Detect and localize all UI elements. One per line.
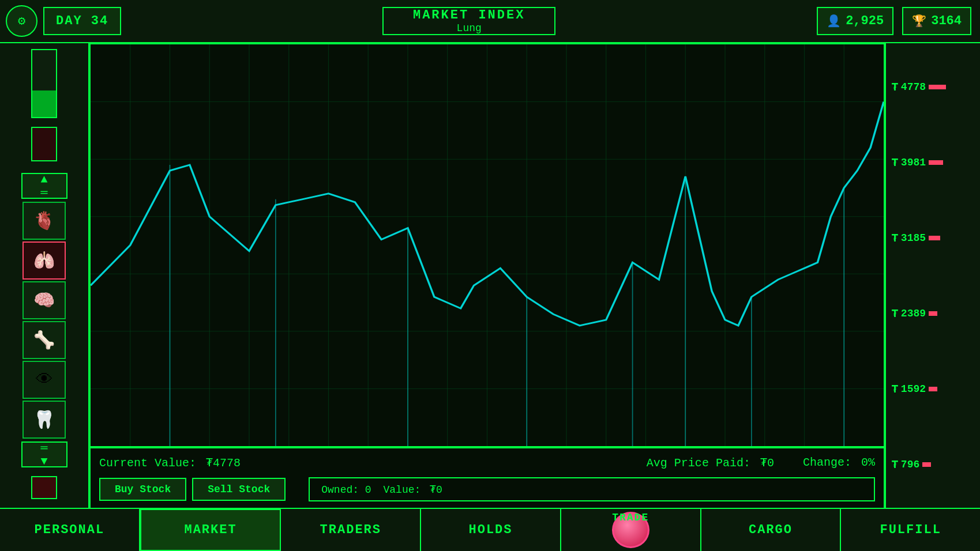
organ-item-5[interactable]: 👁: [22, 361, 66, 399]
red-indicator-1: [31, 127, 57, 161]
nav-fulfill[interactable]: FULFILL: [841, 509, 980, 551]
nav-trade[interactable]: TRADE: [561, 509, 701, 551]
organ-list: 🫀 🫁 🧠 🦴 👁 🦷: [22, 202, 66, 439]
price-level-3: ₮ 3185: [889, 230, 977, 246]
price-bar-6: [922, 462, 931, 467]
gear-icon: ⚙: [18, 13, 25, 29]
nav-market[interactable]: MARKET: [140, 509, 281, 551]
chevron-up-icon: ▲═: [40, 173, 47, 199]
settings-button[interactable]: ⚙: [6, 5, 37, 37]
price-scale: ₮ 4778 ₮ 3981 ₮ 3185 ₮ 2389 ₮ 1592 ₮ 796: [885, 43, 980, 508]
organ-icon-3: 🧠: [33, 290, 55, 311]
scroll-down-button[interactable]: ═▼: [21, 441, 67, 467]
sell-stock-button[interactable]: Sell Stock: [192, 478, 286, 501]
change-label: Change: 0%: [803, 456, 875, 469]
price-level-4: ₮ 2389: [889, 305, 977, 322]
trophy-icon: 🏆: [912, 14, 926, 28]
chart-area: [89, 43, 885, 447]
market-index-title: MARKET INDEX: [413, 8, 525, 22]
price-bar-2: [929, 160, 943, 165]
organ-icon-1: 🫀: [33, 210, 55, 232]
organ-item-1[interactable]: 🫀: [22, 202, 66, 240]
organ-item-6[interactable]: 🦷: [22, 401, 66, 439]
organ-icon-2: 🫁: [33, 250, 55, 271]
price-level-5: ₮ 1592: [889, 381, 977, 397]
top-bar: ⚙ DAY 34 MARKET INDEX Lung 👤 2,925 🏆 316…: [0, 0, 980, 43]
nav-cargo[interactable]: CARGO: [701, 509, 842, 551]
price-bar-4: [929, 311, 937, 316]
info-row-2: Buy Stock Sell Stock Owned: 0 Value: ₮0: [99, 477, 875, 501]
organ-icon-5: 👁: [36, 369, 53, 390]
top-bar-left: ⚙ DAY 34: [0, 5, 121, 37]
organ-icon-4: 🦴: [33, 330, 55, 351]
organ-icon-6: 🦷: [33, 409, 55, 431]
top-bar-center: MARKET INDEX Lung: [121, 7, 817, 35]
chevron-down-icon: ═▼: [40, 441, 47, 468]
scroll-up-button[interactable]: ▲═: [21, 173, 67, 199]
price-bar-1: [929, 85, 946, 89]
left-sidebar: ▲═ 🫀 🫁 🧠 🦴 👁 🦷 ═▼: [0, 43, 89, 508]
organ-item-4[interactable]: 🦴: [22, 321, 66, 359]
price-level-6: ₮ 796: [889, 456, 977, 473]
bottom-info-panel: Current Value: ₮4778 Avg Price Paid: ₮0 …: [89, 447, 885, 508]
credits-value: 2,925: [846, 14, 884, 28]
price-level-2: ₮ 3981: [889, 154, 977, 171]
price-bar-3: [929, 236, 940, 240]
red-indicator-2: [31, 476, 57, 499]
price-chart: [91, 44, 884, 446]
owned-info: Owned: 0 Value: ₮0: [309, 477, 875, 501]
bottom-nav: PERSONAL MARKET TRADERS HOLDS TRADE CARG…: [0, 508, 980, 551]
buy-stock-button[interactable]: Buy Stock: [99, 478, 186, 501]
trophy-box: 🏆 3164: [902, 7, 971, 35]
organ-item-3[interactable]: 🧠: [22, 281, 66, 319]
trophy-value: 3164: [931, 14, 962, 28]
left-indicator-1: [31, 49, 57, 118]
avg-price-label: Avg Price Paid: ₮0: [647, 455, 774, 470]
current-value-label: Current Value: ₮4778: [99, 455, 241, 470]
nav-holds[interactable]: HOLDS: [421, 509, 561, 551]
market-index-sub: Lung: [457, 22, 482, 34]
credits-box: 👤 2,925: [817, 7, 893, 35]
day-badge: DAY 34: [43, 7, 121, 35]
person-icon: 👤: [827, 14, 841, 28]
day-label: DAY 34: [56, 14, 108, 28]
price-bar-5: [929, 387, 937, 391]
trade-label: TRADE: [612, 512, 649, 523]
nav-traders[interactable]: TRADERS: [281, 509, 421, 551]
trade-buttons: Buy Stock Sell Stock: [99, 478, 286, 501]
info-row-1: Current Value: ₮4778 Avg Price Paid: ₮0 …: [99, 455, 875, 470]
top-bar-right: 👤 2,925 🏆 3164: [817, 7, 980, 35]
organ-item-2[interactable]: 🫁: [22, 241, 66, 280]
nav-personal[interactable]: PERSONAL: [0, 509, 140, 551]
price-level-1: ₮ 4778: [889, 79, 977, 95]
